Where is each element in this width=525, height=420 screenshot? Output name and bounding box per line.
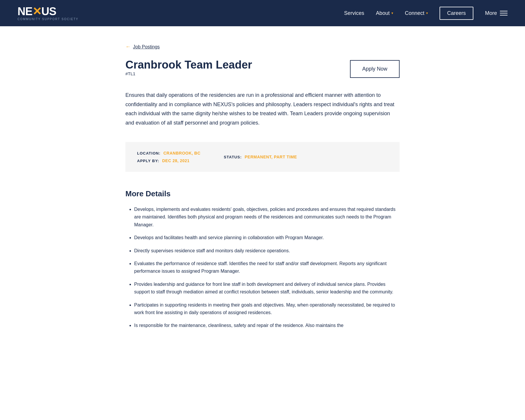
logo[interactable]: NE✕US COMMUNITY SUPPORT SOCIETY (18, 6, 78, 21)
more-details-section: More Details Develops, implements and ev… (125, 189, 400, 330)
connect-chevron-icon: ▾ (426, 11, 428, 15)
apply-now-button[interactable]: Apply Now (350, 60, 400, 78)
logo-subtitle: COMMUNITY SUPPORT SOCIETY (18, 18, 78, 21)
nav-careers[interactable]: Careers (440, 7, 473, 20)
nav-services[interactable]: Services (344, 10, 364, 16)
job-title: Cranbrook Team Leader (125, 59, 252, 71)
apply-by-label: APPLY BY: (137, 159, 159, 163)
job-header: Cranbrook Team Leader #TL1 Apply Now (125, 59, 400, 88)
location-value: CRANBROOK, BC (163, 151, 200, 155)
job-description: Ensures that daily operations of the res… (125, 91, 400, 127)
nav-about[interactable]: About ▾ (376, 10, 393, 16)
list-item: Directly supervises residence staff and … (134, 247, 400, 255)
nav-connect[interactable]: Connect ▾ (405, 10, 428, 16)
job-meta: LOCATION: CRANBROOK, BC APPLY BY: DEC 28… (125, 142, 400, 172)
location-row: LOCATION: CRANBROOK, BC (137, 151, 200, 155)
apply-by-value: DEC 28, 2021 (162, 158, 190, 163)
main-nav: Services About ▾ Connect ▾ Careers More (344, 7, 508, 20)
breadcrumb-link[interactable]: Job Postings (133, 44, 160, 50)
list-item: Provides leadership and guidance for fro… (134, 281, 400, 296)
more-details-title: More Details (125, 189, 400, 198)
main-content: ← Job Postings Cranbrook Team Leader #TL… (117, 26, 408, 347)
list-item: Participates in supporting residents in … (134, 301, 400, 317)
about-chevron-icon: ▾ (391, 11, 393, 15)
hamburger-icon (500, 11, 508, 15)
logo-text: NE✕US (18, 6, 78, 17)
status-value: PERMANENT, PART TIME (245, 155, 297, 159)
details-list: Develops, implements and evaluates resid… (125, 206, 400, 330)
list-item: Is responsible for the maintenance, clea… (134, 322, 400, 329)
site-header: NE✕US COMMUNITY SUPPORT SOCIETY Services… (0, 0, 525, 26)
location-label: LOCATION: (137, 151, 160, 155)
status-row: STATUS: PERMANENT, PART TIME (224, 151, 297, 163)
job-id: #TL1 (125, 71, 252, 76)
list-item: Develops, implements and evaluates resid… (134, 206, 400, 229)
nav-more[interactable]: More (485, 10, 508, 16)
list-item: Develops and facilitates health and serv… (134, 234, 400, 242)
meta-left: LOCATION: CRANBROOK, BC APPLY BY: DEC 28… (137, 151, 200, 163)
breadcrumb: ← Job Postings (125, 44, 400, 50)
apply-by-row: APPLY BY: DEC 28, 2021 (137, 158, 200, 163)
status-label: STATUS: (224, 155, 242, 159)
back-arrow-icon: ← (125, 44, 131, 50)
list-item: Evaluates the performance of residence s… (134, 260, 400, 275)
